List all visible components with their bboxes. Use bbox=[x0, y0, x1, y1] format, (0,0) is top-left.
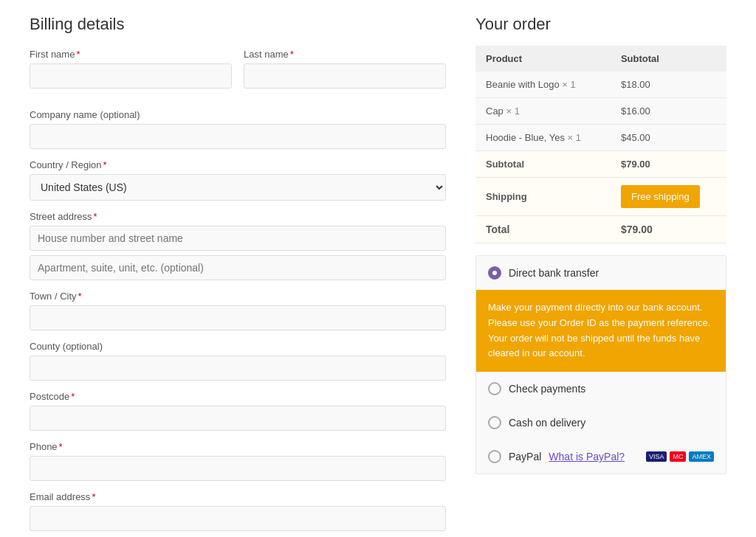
subtotal-value: $79.00 bbox=[611, 151, 726, 178]
payment-option-cash[interactable]: Cash on delivery bbox=[476, 406, 726, 440]
last-name-label: Last name* bbox=[244, 49, 446, 60]
payment-option-paypal[interactable]: PayPal What is PayPal? VISA MC AMEX bbox=[476, 440, 726, 474]
order-item-name: Cap × 1 bbox=[475, 98, 611, 125]
visa-icon: VISA bbox=[646, 451, 667, 462]
billing-section: Billing details First name* Last name* C… bbox=[30, 15, 446, 537]
order-table: Product Subtotal Beanie with Logo × 1 $1… bbox=[475, 46, 726, 243]
postcode-label: Postcode* bbox=[30, 391, 446, 402]
col-subtotal: Subtotal bbox=[611, 46, 726, 72]
payment-option-check[interactable]: Check payments bbox=[476, 372, 726, 406]
radio-check[interactable] bbox=[488, 382, 501, 395]
payment-label-paypal: PayPal bbox=[509, 451, 541, 462]
paypal-icons: VISA MC AMEX bbox=[646, 451, 714, 462]
town-input[interactable] bbox=[30, 305, 446, 330]
mc-icon: MC bbox=[670, 451, 686, 462]
order-title: Your order bbox=[475, 15, 726, 34]
email-label: Email address* bbox=[30, 491, 446, 502]
country-label: Country / Region* bbox=[30, 159, 446, 170]
payment-option-direct-bank[interactable]: Direct bank transfer bbox=[476, 256, 726, 290]
payment-label-check: Check payments bbox=[509, 383, 585, 395]
last-name-group: Last name* bbox=[244, 49, 446, 89]
billing-title: Billing details bbox=[30, 15, 446, 34]
total-label: Total bbox=[475, 216, 611, 243]
country-select[interactable]: United States (US) bbox=[30, 174, 446, 201]
col-product: Product bbox=[475, 46, 611, 72]
postcode-group: Postcode* bbox=[30, 391, 446, 431]
county-input[interactable] bbox=[30, 356, 446, 381]
radio-cash[interactable] bbox=[488, 416, 501, 429]
company-input[interactable] bbox=[30, 124, 446, 149]
amex-icon: AMEX bbox=[689, 451, 714, 462]
company-label: Company name (optional) bbox=[30, 109, 446, 120]
country-group: Country / Region* United States (US) bbox=[30, 159, 446, 201]
shipping-value: Free shipping bbox=[611, 178, 726, 216]
order-section: Your order Product Subtotal Beanie with … bbox=[475, 15, 726, 537]
order-item-row: Cap × 1 $16.00 bbox=[475, 98, 726, 125]
last-name-input[interactable] bbox=[244, 63, 446, 89]
postcode-input[interactable] bbox=[30, 406, 446, 431]
order-item-name: Beanie with Logo × 1 bbox=[475, 72, 611, 98]
payment-label-direct-bank: Direct bank transfer bbox=[509, 267, 599, 279]
paypal-link[interactable]: What is PayPal? bbox=[549, 451, 625, 462]
order-item-price: $18.00 bbox=[611, 72, 726, 98]
email-input[interactable] bbox=[30, 506, 446, 531]
order-item-price: $45.00 bbox=[611, 125, 726, 151]
town-label: Town / City* bbox=[30, 291, 446, 302]
county-label: County (optional) bbox=[30, 341, 446, 352]
phone-label: Phone* bbox=[30, 441, 446, 452]
total-value: $79.00 bbox=[611, 216, 726, 243]
street-input[interactable] bbox=[30, 226, 446, 251]
order-item-row: Beanie with Logo × 1 $18.00 bbox=[475, 72, 726, 98]
order-item-name: Hoodie - Blue, Yes × 1 bbox=[475, 125, 611, 151]
radio-paypal[interactable] bbox=[488, 450, 501, 463]
order-item-row: Hoodie - Blue, Yes × 1 $45.00 bbox=[475, 125, 726, 151]
street-group: Street address* bbox=[30, 211, 446, 280]
first-name-input[interactable] bbox=[30, 63, 232, 89]
first-name-label: First name* bbox=[30, 49, 232, 60]
order-item-price: $16.00 bbox=[611, 98, 726, 125]
town-group: Town / City* bbox=[30, 291, 446, 330]
shipping-label: Shipping bbox=[475, 178, 611, 216]
payment-section: Direct bank transfer Make your payment d… bbox=[475, 255, 726, 474]
first-name-group: First name* bbox=[30, 49, 232, 89]
payment-description: Make your payment directly into our bank… bbox=[476, 290, 726, 372]
radio-direct-bank[interactable] bbox=[488, 266, 501, 280]
email-group: Email address* bbox=[30, 491, 446, 531]
payment-label-cash: Cash on delivery bbox=[509, 417, 585, 429]
phone-input[interactable] bbox=[30, 456, 446, 481]
phone-group: Phone* bbox=[30, 441, 446, 481]
county-group: County (optional) bbox=[30, 341, 446, 381]
company-group: Company name (optional) bbox=[30, 109, 446, 149]
subtotal-label: Subtotal bbox=[475, 151, 611, 178]
street-label: Street address* bbox=[30, 211, 446, 222]
apt-input[interactable] bbox=[30, 255, 446, 280]
